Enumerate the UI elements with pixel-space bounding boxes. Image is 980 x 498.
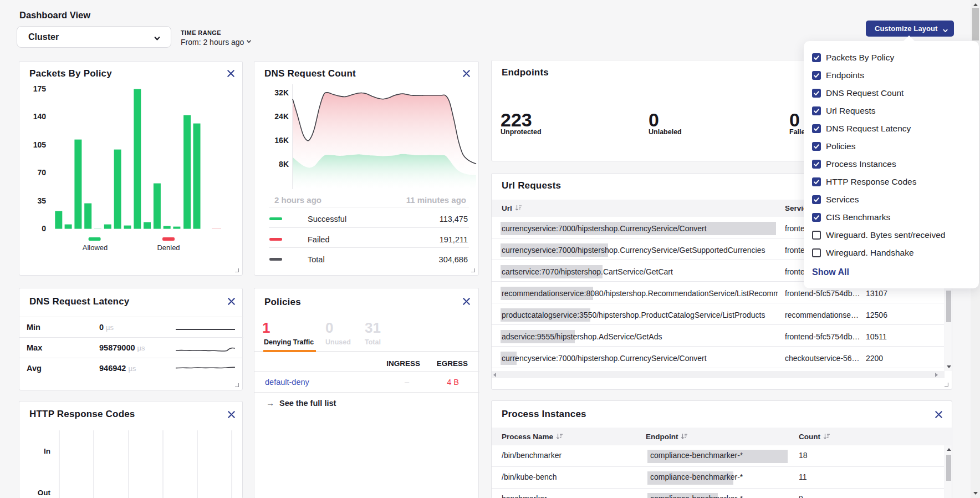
svg-text:175: 175 bbox=[33, 84, 47, 93]
svg-text:16K: 16K bbox=[274, 136, 289, 145]
svg-text:32K: 32K bbox=[274, 88, 289, 97]
svg-text:70: 70 bbox=[37, 168, 46, 177]
svg-text:105: 105 bbox=[33, 140, 47, 149]
svg-text:35: 35 bbox=[37, 196, 46, 205]
svg-text:8K: 8K bbox=[279, 160, 289, 169]
svg-text:24K: 24K bbox=[274, 112, 289, 121]
svg-text:Out: Out bbox=[38, 489, 51, 497]
svg-text:Denied: Denied bbox=[157, 243, 180, 252]
svg-text:Allowed: Allowed bbox=[83, 243, 108, 252]
svg-text:0: 0 bbox=[42, 224, 46, 233]
svg-text:140: 140 bbox=[33, 112, 47, 121]
svg-text:In: In bbox=[44, 447, 50, 455]
